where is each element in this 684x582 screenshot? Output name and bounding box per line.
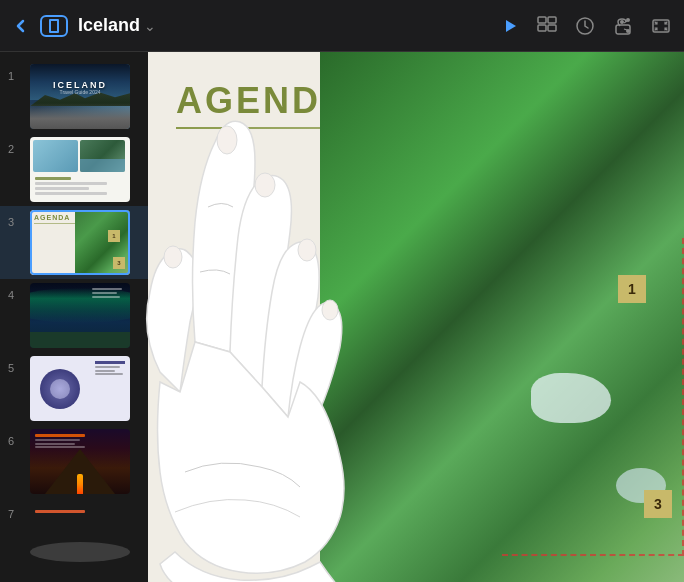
slide-thumbnail-5[interactable]: 5 [0,352,148,425]
slide-thumbnail-4[interactable]: 4 [0,279,148,352]
play-button[interactable] [500,16,520,36]
toolbar: Iceland ⌄ [0,0,684,52]
share-button[interactable] [612,15,634,37]
slide-number-7: 7 [8,502,24,520]
slide-thumbnail-1[interactable]: 1 ICELAND Travel Guide 2024 [0,60,148,133]
grid-view-button[interactable] [536,15,558,37]
slide-preview-3: AGENDA 1 3 [30,210,130,275]
svg-rect-1 [548,17,556,23]
slide-number-1: 1 [8,64,24,82]
slide-preview-4 [30,283,130,348]
svg-rect-2 [538,25,546,31]
title-dropdown-icon[interactable]: ⌄ [144,18,156,34]
slide-panel: 1 ICELAND Travel Guide 2024 2 [0,52,148,582]
back-button[interactable] [12,17,30,35]
slide-number-3: 3 [8,210,24,228]
fullscreen-button[interactable] [650,15,672,37]
slide-thumbnail-2[interactable]: 2 [0,133,148,206]
slide-thumbnail-7[interactable]: 7 [0,498,148,571]
view-toggle-button[interactable] [40,15,68,37]
map-badge-1: 1 [618,275,646,303]
svg-point-6 [620,20,624,24]
slide-number-5: 5 [8,356,24,374]
map-snow-region-1 [531,373,611,423]
slide-number-6: 6 [8,429,24,447]
slide-number-4: 4 [8,283,24,301]
map-badge-3: 3 [644,490,672,518]
slide-preview-1: ICELAND Travel Guide 2024 [30,64,130,129]
history-button[interactable] [574,15,596,37]
svg-rect-0 [538,17,546,23]
slide-preview-7 [30,502,130,567]
slide-preview-2 [30,137,130,202]
title-container: Iceland ⌄ [78,15,156,36]
svg-rect-3 [548,25,556,31]
slide-number-2: 2 [8,137,24,155]
agenda-map: 1 3 [320,52,684,582]
current-slide-view: AGENDA 1 3 [148,52,684,582]
slide-thumbnail-6[interactable]: 6 [0,425,148,498]
slide-preview-5 [30,356,130,421]
presentation-title: Iceland [78,15,140,36]
slide-thumbnail-3[interactable]: 3 AGENDA 1 3 [0,206,148,279]
slide-preview-6 [30,429,130,494]
slide-editor: AGENDA 1 3 [148,52,684,582]
